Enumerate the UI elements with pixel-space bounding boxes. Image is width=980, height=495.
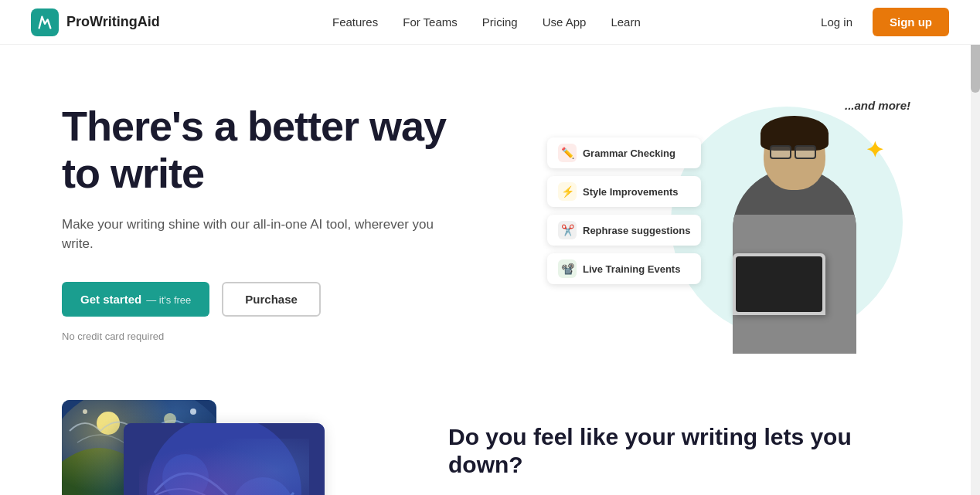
pill-style-label: Style Improvements — [583, 186, 679, 198]
signup-button[interactable]: Sign up — [873, 8, 949, 36]
get-started-label: Get started — [80, 293, 141, 306]
svg-point-7 — [162, 454, 209, 495]
brand-name: ProWritingAid — [66, 14, 160, 30]
logo-icon — [31, 8, 59, 36]
navbar-actions: Log in Sign up — [813, 8, 949, 36]
hero-buttons: Get started— it's free Purchase — [62, 282, 464, 317]
painting-abstract — [124, 423, 325, 495]
svg-point-4 — [83, 409, 87, 414]
style-icon: ⚡ — [558, 182, 577, 201]
login-button[interactable]: Log in — [813, 11, 860, 33]
pill-style: ⚡ Style Improvements — [547, 176, 701, 207]
and-more-label: ...and more! — [845, 99, 910, 112]
laptop — [733, 253, 825, 315]
page-scrollbar[interactable] — [971, 0, 980, 495]
logo-link[interactable]: ProWritingAid — [31, 8, 160, 36]
training-icon: 📽️ — [558, 259, 577, 278]
svg-point-3 — [190, 409, 196, 415]
nav-for-teams[interactable]: For Teams — [403, 15, 458, 29]
person-head — [764, 122, 825, 190]
nav-use-app[interactable]: Use App — [543, 15, 587, 29]
nav-features[interactable]: Features — [332, 15, 378, 29]
nav-links: Features For Teams Pricing Use App Learn — [332, 15, 641, 29]
section2-content: Do you feel like your writing lets you d… — [448, 400, 918, 495]
pill-grammar-label: Grammar Checking — [583, 147, 675, 159]
pill-rephrase-label: Rephrase suggestions — [583, 225, 690, 236]
rephrase-icon: ✂️ — [558, 221, 577, 239]
section2-illustration: My idea in my head — [62, 400, 386, 495]
hero-illustration: ✏️ Grammar Checking ⚡ Style Improvements… — [547, 91, 918, 354]
section2: My idea in my head Do you feel like your… — [0, 385, 980, 495]
hero-section: There's a better way to write Make your … — [0, 45, 980, 385]
grammar-icon: ✏️ — [558, 144, 577, 162]
feature-pills: ✏️ Grammar Checking ⚡ Style Improvements… — [547, 137, 701, 284]
purchase-button[interactable]: Purchase — [222, 282, 321, 317]
svg-point-1 — [97, 412, 120, 435]
nav-learn[interactable]: Learn — [611, 15, 640, 29]
svg-point-8 — [232, 477, 294, 495]
hero-subtitle: Make your writing shine with our all-in-… — [62, 215, 464, 254]
nav-pricing[interactable]: Pricing — [482, 15, 518, 29]
section2-title: Do you feel like your writing lets you d… — [448, 423, 918, 479]
person-illustration — [717, 122, 872, 354]
hero-title: There's a better way to write — [62, 103, 464, 196]
painting-stack: My idea in my head — [62, 400, 340, 495]
hero-content: There's a better way to write Make your … — [62, 103, 464, 342]
pill-rephrase: ✂️ Rephrase suggestions — [547, 215, 701, 246]
pill-grammar: ✏️ Grammar Checking — [547, 137, 701, 168]
hero-note: No credit card required — [62, 331, 464, 342]
get-started-button[interactable]: Get started— it's free — [62, 282, 209, 317]
free-label: — it's free — [146, 294, 191, 306]
section2-text: We know what it's like to feel the FEAR … — [448, 491, 918, 495]
navbar: ProWritingAid Features For Teams Pricing… — [0, 0, 980, 45]
pill-training-label: Live Training Events — [583, 263, 680, 275]
pill-training: 📽️ Live Training Events — [547, 253, 701, 284]
